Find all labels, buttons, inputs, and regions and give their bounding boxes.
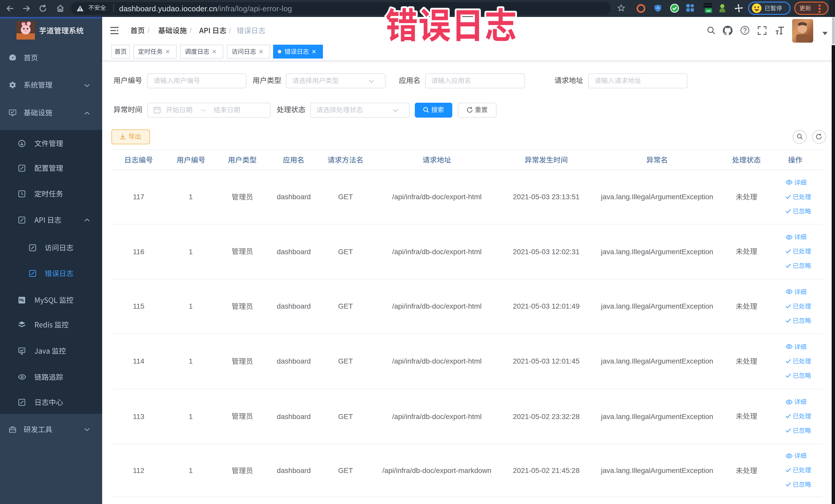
svg-text:on: on: [707, 9, 711, 13]
